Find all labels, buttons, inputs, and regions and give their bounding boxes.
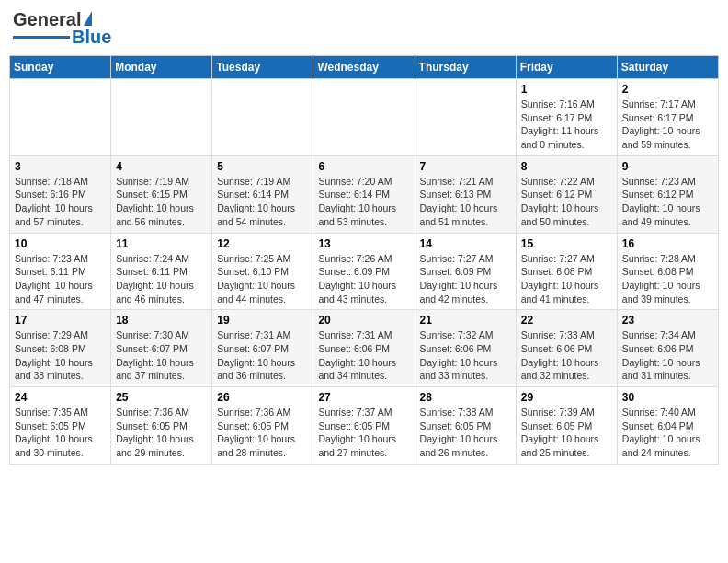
day-info: Sunrise: 7:23 AMSunset: 6:12 PMDaylight:… xyxy=(622,175,713,229)
day-number: 16 xyxy=(622,237,713,250)
day-number: 17 xyxy=(15,314,106,327)
logo-triangle-icon xyxy=(84,11,92,26)
day-info: Sunrise: 7:21 AMSunset: 6:13 PMDaylight:… xyxy=(420,175,511,229)
day-number: 23 xyxy=(622,314,713,327)
calendar-cell: 16Sunrise: 7:28 AMSunset: 6:08 PMDayligh… xyxy=(617,233,718,310)
day-number: 21 xyxy=(420,314,511,327)
day-info: Sunrise: 7:27 AMSunset: 6:09 PMDaylight:… xyxy=(420,252,511,306)
day-number: 22 xyxy=(521,314,612,327)
calendar-cell: 12Sunrise: 7:25 AMSunset: 6:10 PMDayligh… xyxy=(212,233,313,310)
calendar-cell: 8Sunrise: 7:22 AMSunset: 6:12 PMDaylight… xyxy=(516,155,617,233)
calendar-cell: 27Sunrise: 7:37 AMSunset: 6:05 PMDayligh… xyxy=(313,387,415,465)
calendar-cell: 24Sunrise: 7:35 AMSunset: 6:05 PMDayligh… xyxy=(10,387,111,465)
calendar-cell: 21Sunrise: 7:32 AMSunset: 6:06 PMDayligh… xyxy=(415,310,516,387)
calendar-cell: 15Sunrise: 7:27 AMSunset: 6:08 PMDayligh… xyxy=(516,233,617,310)
calendar-cell: 7Sunrise: 7:21 AMSunset: 6:13 PMDaylight… xyxy=(415,155,516,233)
day-number: 29 xyxy=(521,391,612,404)
calendar-cell: 3Sunrise: 7:18 AMSunset: 6:16 PMDaylight… xyxy=(10,155,111,233)
weekday-header-friday: Friday xyxy=(516,56,617,79)
calendar-cell xyxy=(313,79,415,156)
day-number: 5 xyxy=(217,160,308,173)
day-info: Sunrise: 7:19 AMSunset: 6:14 PMDaylight:… xyxy=(217,175,308,229)
day-info: Sunrise: 7:27 AMSunset: 6:08 PMDaylight:… xyxy=(521,252,612,306)
day-info: Sunrise: 7:37 AMSunset: 6:05 PMDaylight:… xyxy=(318,406,409,460)
day-info: Sunrise: 7:30 AMSunset: 6:07 PMDaylight:… xyxy=(116,328,207,383)
weekday-header-saturday: Saturday xyxy=(617,56,718,79)
calendar-cell xyxy=(415,79,516,156)
day-info: Sunrise: 7:34 AMSunset: 6:06 PMDaylight:… xyxy=(622,328,713,383)
day-number: 19 xyxy=(217,314,308,327)
day-number: 14 xyxy=(420,237,511,250)
calendar-cell: 18Sunrise: 7:30 AMSunset: 6:07 PMDayligh… xyxy=(111,310,212,387)
page-header: General Blue xyxy=(9,9,719,48)
calendar-cell: 5Sunrise: 7:19 AMSunset: 6:14 PMDaylight… xyxy=(212,155,313,233)
calendar-cell: 26Sunrise: 7:36 AMSunset: 6:05 PMDayligh… xyxy=(212,387,313,465)
day-info: Sunrise: 7:40 AMSunset: 6:04 PMDaylight:… xyxy=(622,406,713,460)
day-info: Sunrise: 7:16 AMSunset: 6:17 PMDaylight:… xyxy=(521,98,612,152)
day-number: 15 xyxy=(521,237,612,250)
calendar-cell: 2Sunrise: 7:17 AMSunset: 6:17 PMDaylight… xyxy=(617,79,718,156)
calendar-week-row: 17Sunrise: 7:29 AMSunset: 6:08 PMDayligh… xyxy=(10,310,719,387)
day-info: Sunrise: 7:26 AMSunset: 6:09 PMDaylight:… xyxy=(318,252,409,306)
calendar-cell: 6Sunrise: 7:20 AMSunset: 6:14 PMDaylight… xyxy=(313,155,415,233)
day-info: Sunrise: 7:38 AMSunset: 6:05 PMDaylight:… xyxy=(420,406,511,460)
day-number: 24 xyxy=(15,391,106,404)
day-info: Sunrise: 7:28 AMSunset: 6:08 PMDaylight:… xyxy=(622,252,713,306)
calendar-cell: 30Sunrise: 7:40 AMSunset: 6:04 PMDayligh… xyxy=(617,387,718,465)
calendar-cell: 29Sunrise: 7:39 AMSunset: 6:05 PMDayligh… xyxy=(516,387,617,465)
calendar-cell: 10Sunrise: 7:23 AMSunset: 6:11 PMDayligh… xyxy=(10,233,111,310)
calendar-cell: 11Sunrise: 7:24 AMSunset: 6:11 PMDayligh… xyxy=(111,233,212,310)
calendar-week-row: 24Sunrise: 7:35 AMSunset: 6:05 PMDayligh… xyxy=(10,387,719,465)
calendar-cell: 1Sunrise: 7:16 AMSunset: 6:17 PMDaylight… xyxy=(516,79,617,156)
day-number: 4 xyxy=(116,160,207,173)
day-number: 28 xyxy=(420,391,511,404)
day-number: 27 xyxy=(318,391,409,404)
day-number: 2 xyxy=(622,83,713,96)
day-number: 9 xyxy=(622,160,713,173)
day-info: Sunrise: 7:31 AMSunset: 6:06 PMDaylight:… xyxy=(318,328,409,383)
calendar-cell: 28Sunrise: 7:38 AMSunset: 6:05 PMDayligh… xyxy=(415,387,516,465)
weekday-header-row: SundayMondayTuesdayWednesdayThursdayFrid… xyxy=(10,56,719,79)
calendar-cell: 9Sunrise: 7:23 AMSunset: 6:12 PMDaylight… xyxy=(617,155,718,233)
day-info: Sunrise: 7:31 AMSunset: 6:07 PMDaylight:… xyxy=(217,328,308,383)
day-number: 13 xyxy=(318,237,409,250)
calendar-cell: 19Sunrise: 7:31 AMSunset: 6:07 PMDayligh… xyxy=(212,310,313,387)
calendar-cell: 13Sunrise: 7:26 AMSunset: 6:09 PMDayligh… xyxy=(313,233,415,310)
weekday-header-thursday: Thursday xyxy=(415,56,516,79)
calendar-cell: 23Sunrise: 7:34 AMSunset: 6:06 PMDayligh… xyxy=(617,310,718,387)
day-number: 26 xyxy=(217,391,308,404)
calendar-cell xyxy=(10,79,111,156)
day-number: 25 xyxy=(116,391,207,404)
day-info: Sunrise: 7:18 AMSunset: 6:16 PMDaylight:… xyxy=(15,175,106,229)
day-info: Sunrise: 7:23 AMSunset: 6:11 PMDaylight:… xyxy=(15,252,106,306)
day-info: Sunrise: 7:32 AMSunset: 6:06 PMDaylight:… xyxy=(420,328,511,383)
day-number: 20 xyxy=(318,314,409,327)
day-number: 1 xyxy=(521,83,612,96)
day-number: 18 xyxy=(116,314,207,327)
weekday-header-tuesday: Tuesday xyxy=(212,56,313,79)
logo-blue-text: Blue xyxy=(72,27,111,48)
calendar-table: SundayMondayTuesdayWednesdayThursdayFrid… xyxy=(9,55,719,465)
day-info: Sunrise: 7:19 AMSunset: 6:15 PMDaylight:… xyxy=(116,175,207,229)
day-info: Sunrise: 7:29 AMSunset: 6:08 PMDaylight:… xyxy=(15,328,106,383)
day-number: 10 xyxy=(15,237,106,250)
calendar-cell: 20Sunrise: 7:31 AMSunset: 6:06 PMDayligh… xyxy=(313,310,415,387)
calendar-week-row: 3Sunrise: 7:18 AMSunset: 6:16 PMDaylight… xyxy=(10,155,719,233)
weekday-header-sunday: Sunday xyxy=(10,56,111,79)
day-number: 6 xyxy=(318,160,409,173)
day-number: 3 xyxy=(15,160,106,173)
logo: General Blue xyxy=(13,9,111,48)
day-number: 30 xyxy=(622,391,713,404)
day-info: Sunrise: 7:22 AMSunset: 6:12 PMDaylight:… xyxy=(521,175,612,229)
calendar-week-row: 10Sunrise: 7:23 AMSunset: 6:11 PMDayligh… xyxy=(10,233,719,310)
day-info: Sunrise: 7:36 AMSunset: 6:05 PMDaylight:… xyxy=(217,406,308,460)
calendar-cell: 22Sunrise: 7:33 AMSunset: 6:06 PMDayligh… xyxy=(516,310,617,387)
day-number: 8 xyxy=(521,160,612,173)
calendar-cell: 25Sunrise: 7:36 AMSunset: 6:05 PMDayligh… xyxy=(111,387,212,465)
day-info: Sunrise: 7:17 AMSunset: 6:17 PMDaylight:… xyxy=(622,98,713,152)
day-info: Sunrise: 7:20 AMSunset: 6:14 PMDaylight:… xyxy=(318,175,409,229)
day-number: 7 xyxy=(420,160,511,173)
weekday-header-wednesday: Wednesday xyxy=(313,56,415,79)
calendar-cell: 4Sunrise: 7:19 AMSunset: 6:15 PMDaylight… xyxy=(111,155,212,233)
calendar-cell: 17Sunrise: 7:29 AMSunset: 6:08 PMDayligh… xyxy=(10,310,111,387)
